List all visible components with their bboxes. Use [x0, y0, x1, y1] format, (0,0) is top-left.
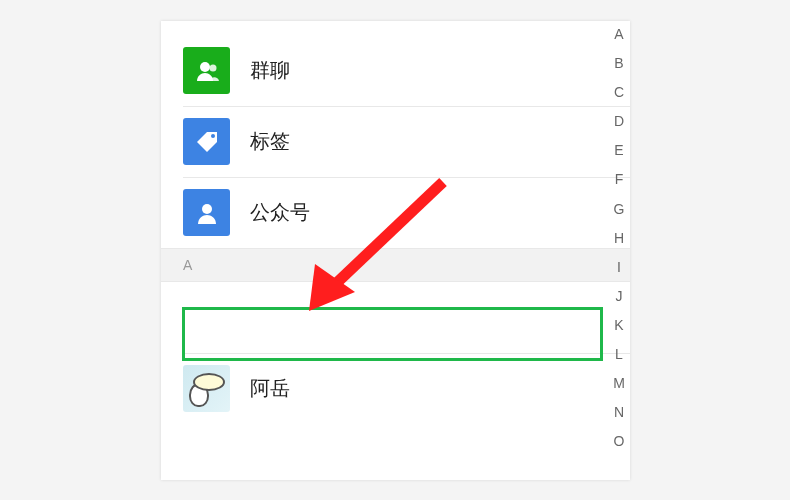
- divider: [183, 106, 630, 107]
- svg-point-0: [200, 62, 210, 72]
- section-header: A: [161, 248, 630, 282]
- index-letter-M[interactable]: M: [613, 369, 625, 398]
- index-letter-I[interactable]: I: [617, 253, 621, 282]
- svg-point-1: [209, 64, 216, 71]
- list-item-official-accounts[interactable]: 公众号: [161, 177, 630, 248]
- index-letter-D[interactable]: D: [614, 107, 624, 136]
- index-letter-J[interactable]: J: [616, 282, 623, 311]
- index-letter-O[interactable]: O: [614, 427, 625, 456]
- index-letter-H[interactable]: H: [614, 224, 624, 253]
- index-letter-C[interactable]: C: [614, 78, 624, 107]
- index-letter-E[interactable]: E: [614, 136, 623, 165]
- list-item-label: 群聊: [250, 57, 290, 84]
- index-letter-A[interactable]: A: [614, 21, 623, 49]
- contact-row[interactable]: 阿岳: [161, 353, 630, 424]
- contact-name: 阿岳: [250, 375, 290, 402]
- divider: [183, 353, 630, 354]
- list-item-label: 公众号: [250, 199, 310, 226]
- group-chat-icon: [183, 47, 230, 94]
- contacts-screen: 群聊 标签 公众号 A 阿岳 ABC: [161, 21, 630, 480]
- official-account-icon: [183, 189, 230, 236]
- avatar: [183, 365, 230, 412]
- alphabet-index-bar[interactable]: ABCDEFGHIJKLMNO: [609, 21, 629, 456]
- svg-point-3: [202, 204, 212, 214]
- index-letter-B[interactable]: B: [614, 49, 623, 78]
- list-item-group-chat[interactable]: 群聊: [161, 35, 630, 106]
- index-letter-L[interactable]: L: [615, 340, 623, 369]
- index-letter-K[interactable]: K: [614, 311, 623, 340]
- contact-row-empty[interactable]: [161, 282, 630, 353]
- index-letter-F[interactable]: F: [615, 165, 624, 194]
- section-letter: A: [183, 257, 192, 273]
- list-item-tags[interactable]: 标签: [161, 106, 630, 177]
- index-letter-G[interactable]: G: [614, 195, 625, 224]
- svg-point-2: [211, 134, 215, 138]
- list-item-label: 标签: [250, 128, 290, 155]
- index-letter-N[interactable]: N: [614, 398, 624, 427]
- divider: [183, 177, 630, 178]
- tag-icon: [183, 118, 230, 165]
